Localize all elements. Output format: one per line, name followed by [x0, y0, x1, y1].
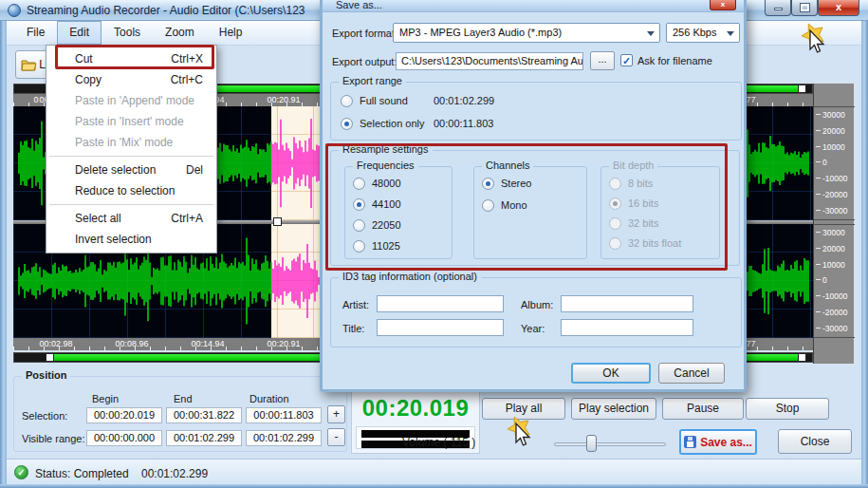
status-text: Status: Completed — [35, 467, 129, 480]
selection-row-label: Selection: — [22, 410, 67, 422]
edit-menu-item-reduce-to-selection[interactable]: Reduce to selection — [46, 180, 216, 201]
stereo-radio[interactable] — [482, 178, 494, 190]
close-button[interactable]: x — [818, 0, 859, 16]
volume-slider-track[interactable] — [554, 442, 666, 446]
channel-divider-handle[interactable] — [273, 217, 282, 226]
timeline-label: 00:20.91 — [261, 95, 306, 104]
duration-header: Duration — [249, 393, 289, 404]
export-range-group: Export range Full sound 00:01:02.299 Sel… — [330, 82, 742, 141]
frequency-44100-radio[interactable] — [353, 198, 365, 211]
visible-range-end-field[interactable]: 00:01:02.299 — [166, 430, 242, 446]
full-sound-label: Full sound — [360, 95, 408, 106]
menu-item-tools[interactable]: Tools — [102, 21, 153, 45]
artist-field[interactable] — [377, 295, 504, 312]
zoom-bar-top-right-handle[interactable] — [798, 84, 806, 93]
close-editor-button[interactable]: Close — [778, 429, 852, 454]
year-field[interactable] — [561, 319, 693, 336]
edit-menu-item-select-all[interactable]: Select allCtrl+A — [46, 208, 216, 229]
pause-button[interactable]: Pause — [662, 398, 744, 420]
visible-range-duration-field[interactable]: 00:01:02.299 — [246, 430, 322, 446]
artist-label: Artist: — [342, 299, 369, 310]
visible-range-begin-field[interactable]: 00:00:00.000 — [86, 430, 162, 446]
export-output-field[interactable]: C:\Users\123\Documents\Streaming Audio — [396, 52, 583, 70]
frequency-22050-radio[interactable] — [353, 219, 365, 232]
year-label: Year: — [521, 323, 545, 334]
menu-separator — [49, 204, 213, 205]
zoom-bar-bottom-left-handle[interactable] — [46, 353, 54, 362]
bits-32-float-radio — [609, 237, 621, 250]
menu-item-help[interactable]: Help — [207, 21, 255, 45]
time-display: 00:20.019 — [352, 395, 479, 422]
full-sound-radio[interactable] — [341, 95, 353, 107]
edit-menu-item-paste-insert: Paste in 'Insert' mode — [46, 111, 216, 132]
timeline-label: 00:14.94 — [185, 339, 231, 348]
dialog-close-button[interactable]: x — [710, 0, 736, 10]
export-format-select[interactable]: MP3 - MPEG Layer3 Audio (*.mp3) — [393, 23, 660, 43]
zoom-bar-bottom-right-handle[interactable] — [798, 353, 806, 362]
window-frame-bottom — [0, 484, 868, 488]
frequencies-group: Frequencies 48000 44100 22050 11025 — [344, 166, 452, 259]
bitrate-select[interactable]: 256 Kbps — [666, 23, 740, 43]
selection-end-field[interactable]: 00:00:31.822 — [166, 407, 242, 423]
ask-for-filename-checkbox[interactable]: ✓ — [620, 54, 633, 66]
save-as-button[interactable]: Save as... — [679, 429, 757, 455]
save-icon — [684, 436, 696, 448]
album-label: Album: — [521, 299, 553, 310]
frequency-48000-radio[interactable] — [353, 178, 365, 190]
zoom-in-button[interactable]: + — [327, 405, 345, 423]
selection-duration-field[interactable]: 00:00:11.803 — [246, 407, 322, 423]
amplitude-scale-label: 10000 — [822, 142, 845, 152]
window-frame-left — [0, 21, 7, 488]
edit-menu-item-delete-selection[interactable]: Delete selectionDel — [46, 160, 216, 180]
minimize-button[interactable] — [765, 0, 791, 16]
ok-button[interactable]: OK — [571, 363, 651, 384]
title-field[interactable] — [377, 319, 504, 336]
position-title: Position — [22, 369, 70, 381]
shortcut: Ctrl+X — [171, 48, 203, 69]
menu-item-edit[interactable]: Edit — [57, 21, 102, 45]
maximize-button[interactable] — [791, 0, 818, 16]
menu-item-zoom[interactable]: Zoom — [153, 21, 207, 45]
edit-menu-item-paste-mix: Paste in 'Mix' mode — [46, 132, 216, 153]
menu-item-file[interactable]: File — [14, 21, 57, 45]
begin-header: Begin — [92, 393, 119, 404]
edit-menu-item-paste-append: Paste in 'Append' mode — [46, 90, 216, 111]
volume-slider-thumb[interactable] — [586, 435, 597, 452]
cancel-button[interactable]: Cancel — [658, 363, 725, 384]
amplitude-scale-label: -10000 — [822, 174, 847, 183]
edit-menu-item-cut[interactable]: CutCtrl+X — [46, 48, 216, 69]
stop-button[interactable]: Stop — [746, 398, 829, 420]
window-title: Streaming Audio Recorder - Audio Editor … — [27, 4, 305, 17]
dropdown-arrow-icon — [727, 31, 734, 36]
amplitude-scale-label: 0 — [822, 158, 827, 167]
save-as-dialog: Save as... x Export format: MP3 - MPEG L… — [320, 0, 747, 392]
amplitude-scale: 3000020000100000-10000-20000-30000 30000… — [813, 84, 854, 364]
id3-group: ID3 tag information (optional) Artist: A… — [330, 277, 742, 347]
mouse-cursor — [501, 414, 543, 456]
bits-16-radio — [609, 197, 621, 210]
selection-begin-field[interactable]: 00:00:20.019 — [86, 407, 162, 423]
cursor-arrow-icon — [516, 423, 529, 445]
amplitude-scale-left-channel: 3000020000100000-10000-20000-30000 — [814, 106, 855, 220]
frequency-11025-radio[interactable] — [353, 240, 365, 253]
selection-only-radio[interactable] — [341, 118, 353, 130]
timeline-label: 00:20.91 — [261, 339, 306, 348]
timeline-label: 00:02.98 — [33, 339, 79, 348]
edit-menu-item-invert-selection[interactable]: Invert selection — [46, 229, 216, 250]
shortcut: Ctrl+A — [171, 208, 203, 229]
position-panel: Position Begin End Duration Selection: 0… — [13, 376, 347, 452]
bit-depth-group: Bit depth 8 bits 16 bits 32 bits 32 bits… — [600, 166, 720, 259]
album-field[interactable] — [561, 295, 693, 312]
play-all-button[interactable]: Play all — [482, 398, 565, 420]
mono-radio[interactable] — [482, 199, 494, 212]
amplitude-scale-label: 30000 — [822, 110, 845, 120]
zoom-out-button[interactable]: - — [327, 428, 345, 446]
browse-button[interactable]: ... — [590, 51, 615, 70]
edit-menu-item-copy[interactable]: CopyCtrl+C — [46, 69, 216, 90]
title-label: Title: — [342, 323, 364, 334]
play-selection-button[interactable]: Play selection — [571, 398, 656, 420]
status-bar: ✓ Status: Completed 00:01:02.299 — [7, 459, 861, 484]
amplitude-scale-label: -30000 — [822, 206, 847, 216]
window-frame-right — [861, 21, 868, 488]
resample-settings-group: Resample settings Frequencies 48000 4410… — [330, 150, 740, 266]
